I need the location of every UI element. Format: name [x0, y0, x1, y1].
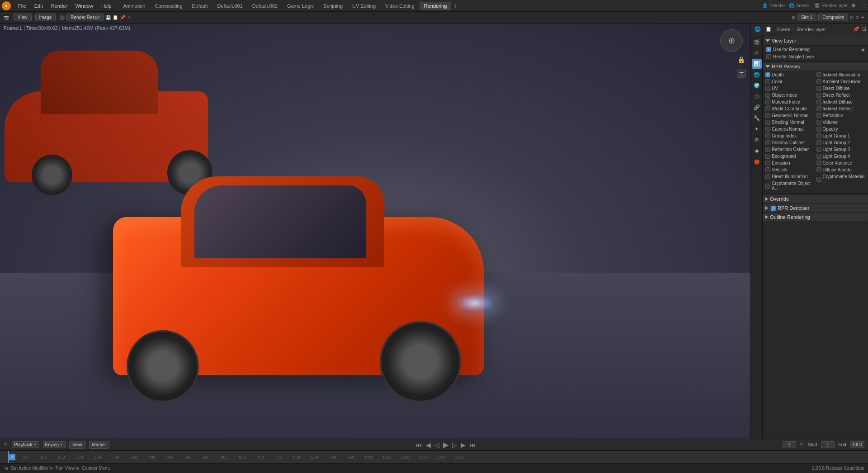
tab-animation[interactable]: Animation — [119, 2, 150, 10]
jump-end-btn[interactable]: ⏭ — [469, 441, 476, 449]
slot-selector[interactable]: Slot 1 — [797, 14, 817, 21]
pass-refraction-cb[interactable] — [816, 113, 821, 118]
pass-uv-cb[interactable] — [765, 86, 770, 91]
tab-scripting[interactable]: Scripting — [319, 2, 347, 10]
start-frame-input[interactable]: 1 — [821, 441, 835, 448]
pass-directreflect-cb[interactable] — [816, 93, 821, 98]
lock-icon[interactable]: 🔒 — [737, 56, 745, 63]
pass-cryptomatte-obj-cb[interactable] — [765, 184, 770, 189]
viewport-overlay-icon[interactable]: ⊙ — [855, 15, 859, 20]
object-props-icon[interactable]: ⬡ — [752, 91, 762, 101]
pass-lightgroup2-cb[interactable] — [816, 140, 821, 145]
override-header[interactable]: Override — [763, 195, 868, 203]
rpr-denoiser-header[interactable]: RPR Denoiser — [763, 204, 868, 212]
view-layer-collapse-icon[interactable] — [765, 39, 770, 42]
scene-icon-btn[interactable]: 🌐 — [753, 24, 763, 34]
pass-cameranormal-cb[interactable] — [765, 127, 770, 132]
modifier-props-icon[interactable]: 🔧 — [752, 113, 762, 123]
pass-indirectillum-cb[interactable] — [816, 72, 821, 77]
camera-view-btn[interactable]: 📷 — [737, 69, 746, 78]
viewport-icon[interactable]: 📷 — [4, 15, 9, 20]
copy-icon[interactable]: 📋 — [113, 15, 118, 20]
prev-keyframe-btn[interactable]: ◀ — [426, 441, 431, 449]
tab-default001[interactable]: Default.001 — [212, 2, 247, 10]
fullscreen-icon[interactable]: ⛶ — [859, 3, 864, 9]
pass-colorvariance-cb[interactable] — [816, 161, 821, 166]
rpr-denoiser-cb[interactable] — [771, 206, 776, 211]
jump-start-btn[interactable]: ⏮ — [416, 441, 422, 449]
pass-groupindex-cb[interactable] — [765, 133, 770, 138]
data-props-icon[interactable]: ◆ — [752, 146, 762, 156]
scene-props-icon[interactable]: 🌐 — [752, 70, 762, 80]
pass-directdiffuse-cb[interactable] — [816, 86, 821, 91]
pass-reflectioncatcher-cb[interactable] — [765, 147, 770, 152]
pass-worldcoord-cb[interactable] — [765, 106, 770, 111]
image-menu-btn[interactable]: Image — [35, 14, 56, 21]
menu-edit[interactable]: Edit — [31, 2, 47, 9]
tab-rendering[interactable]: Rendering — [420, 2, 452, 10]
pass-diffusealbedo-cb[interactable] — [816, 167, 821, 172]
tab-default[interactable]: Default — [188, 2, 212, 10]
next-keyframe-btn[interactable]: ▶ — [461, 441, 466, 449]
pass-shadingnormal-cb[interactable] — [765, 120, 770, 125]
save-icon[interactable]: 💾 — [105, 15, 111, 20]
constraint-props-icon[interactable]: 🔗 — [752, 102, 762, 112]
timeline-ruler[interactable]: 1 50 100 150 200 250 300 350 400 450 500… — [0, 451, 868, 463]
tab-default002[interactable]: Default.002 — [248, 2, 282, 10]
menu-file[interactable]: File — [14, 2, 30, 9]
viewport[interactable]: Frame:1 | Time:00:49.63 | Mem:251.40M (P… — [0, 24, 750, 439]
prev-frame-btn[interactable]: ◁ — [434, 441, 439, 449]
view-menu-btn[interactable]: View — [14, 14, 32, 21]
display-mode-icon[interactable]: ⊡ — [850, 15, 854, 20]
pass-cryptomatte-mat-cb[interactable] — [816, 177, 821, 182]
pass-velocity-cb[interactable] — [765, 167, 770, 172]
viewlayer-props-icon[interactable]: 📊 — [752, 59, 762, 69]
render-props-icon[interactable]: 🎬 — [752, 37, 762, 47]
particles-props-icon[interactable]: ✦ — [752, 124, 762, 134]
viewport-mode-icon[interactable]: ⊞ — [792, 15, 795, 20]
physics-props-icon[interactable]: ⚙ — [752, 135, 762, 145]
tab-gamelogic[interactable]: Game Logic — [283, 2, 318, 10]
composite-btn[interactable]: Composite — [818, 14, 848, 21]
play-btn[interactable]: ▶ — [443, 440, 448, 449]
pass-opacity-cb[interactable] — [816, 127, 821, 132]
pass-depth-cb[interactable] — [765, 72, 770, 77]
pass-volume-cb[interactable] — [816, 120, 821, 125]
timeline-view-btn[interactable]: View — [69, 441, 85, 449]
paste-icon[interactable]: 📌 — [120, 15, 125, 20]
pass-materialindex-cb[interactable] — [765, 99, 770, 104]
pass-lightgroup3-cb[interactable] — [816, 147, 821, 152]
pass-lightgroup1-cb[interactable] — [816, 133, 821, 138]
close-render-icon[interactable]: ✕ — [127, 15, 131, 20]
tab-videoediting[interactable]: Video Editing — [381, 2, 419, 10]
current-frame-input[interactable]: 1 — [783, 441, 796, 448]
render-single-layer-checkbox[interactable] — [766, 54, 771, 59]
render-result-selector[interactable]: Render Result — [66, 14, 104, 21]
pass-objectindex-cb[interactable] — [765, 93, 770, 98]
playback-dropdown[interactable]: Playback ▼ — [12, 441, 39, 448]
tab-compositing[interactable]: Compositing — [150, 2, 187, 10]
renderlayer-settings-icon[interactable]: ⚙ — [851, 3, 856, 9]
pass-background-cb[interactable] — [765, 154, 770, 159]
pass-color-cb[interactable] — [765, 79, 770, 84]
end-frame-input[interactable]: 1000 — [850, 441, 864, 448]
next-frame-btn[interactable]: ▷ — [452, 441, 457, 449]
pass-shadowcatcher-cb[interactable] — [765, 140, 770, 145]
use-for-rendering-checkbox[interactable] — [766, 47, 771, 52]
filter-icon[interactable]: ⊡ — [862, 26, 866, 32]
pin-icon[interactable]: 📌 — [853, 26, 859, 32]
viewport-gizmo-icon[interactable]: ✦ — [861, 15, 864, 20]
menu-render[interactable]: Render — [47, 2, 71, 9]
pass-indirectdiffuse-cb[interactable] — [816, 99, 821, 104]
timeline-marker-btn[interactable]: Marker — [89, 441, 109, 449]
renderlayer-icon-btn[interactable]: 📋 — [764, 24, 774, 34]
menu-help[interactable]: Help — [98, 2, 115, 9]
pass-emission-cb[interactable] — [765, 161, 770, 166]
world-props-icon[interactable]: 🌍 — [752, 80, 762, 90]
tab-uvediting[interactable]: UV Editing — [348, 2, 380, 10]
outline-rendering-header[interactable]: Outline Rendering — [763, 213, 868, 221]
pass-lightgroup4-cb[interactable] — [816, 154, 821, 159]
menu-window[interactable]: Window — [72, 2, 97, 9]
pass-directillum-cb[interactable] — [765, 174, 770, 179]
pass-geonormal-cb[interactable] — [765, 113, 770, 118]
